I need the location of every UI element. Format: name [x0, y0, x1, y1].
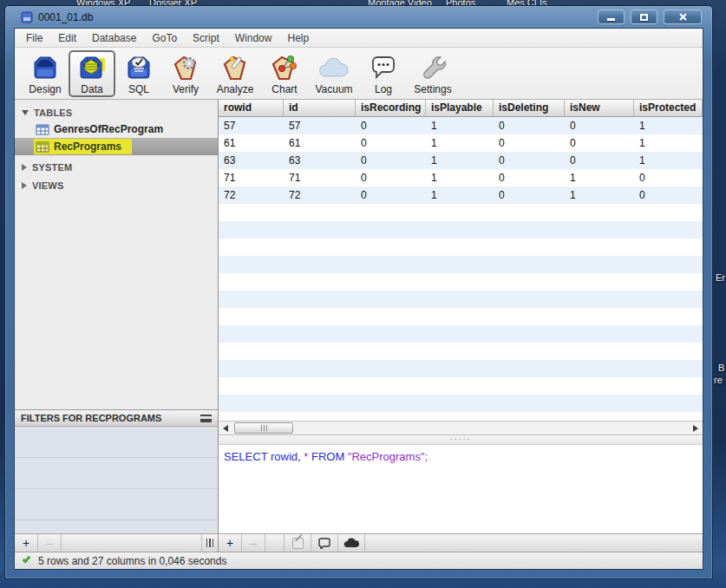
cell[interactable]: 0	[565, 134, 634, 152]
cell[interactable]: 0	[356, 152, 426, 169]
menu-database[interactable]: Database	[84, 29, 144, 48]
menu-goto[interactable]: GoTo	[144, 29, 185, 48]
cell[interactable]: 0	[494, 117, 565, 134]
column-header[interactable]: isProtected	[634, 100, 703, 116]
sql-editor[interactable]: SELECT rowid, * FROM "RecPrograms";	[219, 445, 703, 533]
toolbar-settings-button[interactable]: Settings	[407, 50, 459, 97]
menu-help[interactable]: Help	[279, 29, 317, 48]
toolbar-analyze-button[interactable]: Analyze	[209, 50, 261, 97]
cell[interactable]: 1	[634, 152, 703, 169]
remove-filter-button[interactable]: –	[38, 534, 62, 552]
remove-row-button[interactable]: –	[242, 534, 265, 552]
menu-script[interactable]: Script	[185, 29, 227, 48]
tree-section-views[interactable]: VIEWS	[15, 177, 218, 193]
scroll-left-arrow[interactable]	[219, 421, 232, 434]
table-row[interactable]: 63 63 0 1 0 0 1	[219, 152, 703, 169]
toolbar-verify-button[interactable]: Verify	[162, 50, 209, 97]
menu-edit[interactable]: Edit	[50, 29, 84, 48]
pane-splitter[interactable]: ·····	[219, 435, 703, 445]
scrollbar-thumb[interactable]	[234, 422, 293, 434]
cell[interactable]: 0	[634, 169, 703, 186]
cell[interactable]: 1	[565, 186, 634, 204]
close-button[interactable]	[664, 10, 702, 24]
column-header[interactable]: isPlayable	[426, 100, 494, 116]
comment-button[interactable]	[311, 534, 338, 552]
cell[interactable]: 61	[284, 134, 356, 152]
cell[interactable]: 1	[426, 186, 494, 204]
cell[interactable]: 0	[494, 169, 565, 186]
toolbar-log-button[interactable]: Log	[360, 50, 407, 97]
cell[interactable]: 0	[634, 186, 703, 204]
chart-tag-icon	[269, 54, 300, 82]
tree-section-system[interactable]: SYSTEM	[15, 159, 218, 175]
cell[interactable]: 1	[426, 152, 494, 169]
design-tray-icon	[30, 54, 60, 82]
table-row[interactable]: 72 72 0 1 0 1 0	[219, 186, 703, 204]
column-header[interactable]: id	[284, 100, 356, 116]
menu-window[interactable]: Window	[227, 29, 280, 48]
column-header[interactable]: isNew	[565, 100, 634, 116]
tree-item-genresofrecprogram[interactable]: GenresOfRecProgram	[15, 121, 218, 138]
cell[interactable]: 0	[356, 117, 426, 134]
desktop-icon-label[interactable]: Er	[716, 272, 725, 283]
resize-grip-icon[interactable]	[202, 534, 218, 552]
cell[interactable]: 0	[565, 117, 634, 134]
cell[interactable]: 71	[284, 169, 356, 186]
add-filter-button[interactable]: +	[15, 534, 38, 552]
cell[interactable]: 0	[356, 134, 426, 152]
status-message: 5 rows and 27 columns in 0,046 seconds	[38, 555, 226, 567]
cell[interactable]: 1	[565, 169, 634, 186]
cell[interactable]: 0	[494, 134, 565, 152]
titlebar[interactable]: 0001_01.db	[14, 6, 703, 28]
cloud-icon	[343, 538, 359, 548]
cell[interactable]: 1	[426, 169, 494, 186]
add-row-button[interactable]: +	[219, 534, 242, 552]
table-row[interactable]: 61 61 0 1 0 0 1	[219, 134, 703, 152]
cell[interactable]: 63	[219, 152, 284, 169]
table-row[interactable]: 57 57 0 1 0 0 1	[219, 117, 703, 134]
cell[interactable]: 63	[284, 152, 356, 169]
filters-list[interactable]	[15, 427, 218, 533]
desktop-icon-label[interactable]: B	[718, 363, 724, 373]
tree-item-recprograms[interactable]: RecPrograms	[15, 138, 218, 155]
column-header[interactable]: isDeleting	[494, 100, 565, 116]
cell[interactable]: 72	[284, 186, 356, 204]
cell[interactable]: 1	[634, 134, 703, 152]
panel-menu-icon[interactable]	[200, 415, 212, 422]
toolbar-data-button[interactable]: Data	[69, 50, 115, 97]
toolbar-vacuum-button[interactable]: Vacuum	[308, 50, 360, 97]
column-header[interactable]: rowid	[219, 100, 284, 116]
cell[interactable]: 1	[426, 134, 494, 152]
toolbar-chart-button[interactable]: Chart	[261, 50, 308, 97]
desktop-icon-label[interactable]: re	[714, 375, 723, 385]
column-header[interactable]: isRecording	[356, 100, 426, 116]
toolbar-design-button[interactable]: Design	[22, 50, 69, 97]
cell[interactable]: 0	[494, 186, 565, 204]
cell[interactable]: 71	[219, 169, 284, 186]
scroll-right-arrow[interactable]	[689, 421, 703, 434]
cell[interactable]: 0	[356, 169, 426, 186]
minimize-button[interactable]	[598, 10, 625, 24]
filters-panel-header[interactable]: FILTERS FOR RECPROGRAMS	[15, 409, 218, 427]
cell[interactable]: 0	[565, 152, 634, 169]
edit-query-button[interactable]	[285, 534, 311, 552]
maximize-button[interactable]	[631, 10, 657, 24]
menu-file[interactable]: File	[18, 29, 50, 48]
cell[interactable]: 57	[284, 117, 356, 134]
horizontal-scrollbar[interactable]	[219, 421, 703, 435]
table-row[interactable]: 71 71 0 1 0 1 0	[219, 169, 703, 186]
scrollbar-track[interactable]	[232, 421, 689, 434]
cell[interactable]: 72	[219, 186, 284, 204]
sync-button[interactable]	[338, 534, 365, 552]
cell[interactable]: 1	[426, 117, 494, 134]
cell[interactable]: 0	[494, 152, 565, 169]
cell[interactable]: 57	[219, 117, 284, 134]
cell[interactable]: 61	[219, 134, 284, 152]
cell[interactable]: 0	[356, 186, 426, 204]
filters-toolbar: + –	[15, 534, 219, 552]
toolbar-sql-button[interactable]: SQL	[115, 50, 162, 97]
app-icon	[21, 11, 33, 23]
cell[interactable]: 1	[634, 117, 703, 134]
tree-section-tables[interactable]: TABLES	[15, 104, 218, 121]
toolbar-label: Design	[29, 83, 61, 95]
